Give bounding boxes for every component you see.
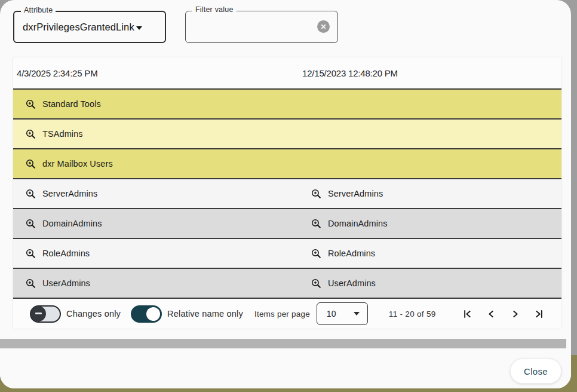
zoom-in-magnifier-icon[interactable]: [25, 218, 36, 229]
caret-down-icon: [354, 312, 360, 316]
previous-page-button[interactable]: [485, 307, 498, 320]
relative-name-only-toggle[interactable]: [131, 305, 162, 323]
cell-left-label: TSAdmins: [42, 129, 83, 139]
zoom-in-magnifier-icon[interactable]: [311, 278, 322, 289]
items-per-page-value: 10: [327, 309, 336, 318]
filter-value-input[interactable]: [193, 15, 312, 39]
cell-left: dxr Mailbox Users: [13, 158, 299, 170]
cell-left: Standard Tools: [13, 99, 299, 110]
chevron-right-icon: [510, 308, 521, 320]
attribute-select[interactable]: Attribute dxrPrivilegesGrantedLink: [13, 11, 166, 43]
circle-x-clear-icon: ✕: [320, 23, 326, 30]
cell-right: ServerAdmins: [299, 188, 561, 200]
zoom-in-magnifier-icon[interactable]: [311, 188, 322, 200]
cell-right: RoleAdmins: [299, 248, 561, 259]
caret-down-icon: [136, 26, 142, 30]
items-per-page-select[interactable]: 10: [317, 302, 368, 325]
zoom-in-magnifier-icon[interactable]: [25, 99, 36, 110]
toggle-knob: [146, 307, 160, 321]
filter-bar: Attribute dxrPrivilegesGrantedLink Filte…: [0, 0, 571, 54]
cell-right: DomainAdmins: [299, 218, 561, 229]
column-header-left: 4/3/2025 2:34:25 PM: [13, 68, 299, 78]
cell-left: TSAdmins: [13, 128, 299, 140]
table-row[interactable]: DomainAdmins DomainAdmins: [13, 209, 561, 239]
cell-left: RoleAdmins: [13, 248, 299, 259]
comparison-table: 4/3/2025 2:34:25 PM 12/15/2023 12:48:20 …: [13, 57, 561, 329]
cell-right-label: ServerAdmins: [328, 189, 383, 198]
zoom-in-magnifier-icon[interactable]: [25, 188, 36, 200]
cell-left: ServerAdmins: [13, 188, 299, 200]
cell-right-label: UserAdmins: [328, 278, 376, 288]
last-page-icon: [533, 308, 545, 320]
items-per-page-label: Items per page: [254, 310, 310, 318]
cell-left-label: Standard Tools: [42, 99, 101, 109]
zoom-in-magnifier-icon[interactable]: [25, 128, 36, 140]
cell-left-label: UserAdmins: [42, 278, 90, 288]
table-header-row: 4/3/2025 2:34:25 PM 12/15/2023 12:48:20 …: [13, 57, 561, 90]
cell-right-label: RoleAdmins: [328, 249, 375, 258]
zoom-in-magnifier-icon[interactable]: [311, 218, 322, 229]
table-body: Standard Tools TSAdmins: [13, 90, 561, 299]
first-page-icon: [462, 308, 473, 320]
cell-left-label: ServerAdmins: [42, 189, 97, 198]
column-header-right: 12/15/2023 12:48:20 PM: [299, 68, 561, 78]
changes-only-toggle[interactable]: [30, 305, 61, 323]
first-page-button[interactable]: [461, 307, 474, 320]
attribute-selected-value: dxrPrivilegesGrantedLink: [23, 12, 142, 42]
toggle-knob-minus-icon: [30, 306, 46, 321]
clear-filter-button[interactable]: ✕: [317, 20, 330, 33]
last-page-button[interactable]: [533, 307, 546, 320]
table-footer: Changes only Relative name only Items pe…: [13, 299, 561, 329]
zoom-in-magnifier-icon[interactable]: [25, 158, 36, 170]
cell-left: UserAdmins: [13, 278, 299, 289]
pagination-controls: [461, 307, 557, 320]
zoom-in-magnifier-icon[interactable]: [311, 248, 322, 259]
table-row[interactable]: UserAdmins UserAdmins: [13, 269, 561, 299]
close-button[interactable]: Close: [510, 359, 561, 384]
table-row[interactable]: Standard Tools: [13, 90, 561, 120]
dialog-footer: Close: [0, 349, 571, 388]
cell-left-label: RoleAdmins: [42, 249, 90, 258]
table-row[interactable]: RoleAdmins RoleAdmins: [13, 239, 561, 269]
horizontal-scrollbar-thumb[interactable]: [0, 339, 566, 348]
filter-field-label: Filter value: [192, 5, 237, 14]
next-page-button[interactable]: [509, 307, 522, 320]
cell-left: DomainAdmins: [13, 218, 299, 229]
cell-left-label: dxr Mailbox Users: [42, 159, 113, 169]
table-row[interactable]: dxr Mailbox Users: [13, 149, 561, 179]
page-range-label: 11 - 20 of 59: [389, 310, 436, 318]
cell-right: UserAdmins: [299, 278, 561, 289]
cell-right-label: DomainAdmins: [328, 219, 388, 228]
zoom-in-magnifier-icon[interactable]: [25, 278, 36, 289]
chevron-left-icon: [486, 308, 497, 320]
filter-value-field[interactable]: Filter value ✕: [185, 11, 338, 43]
relative-name-only-label: Relative name only: [167, 309, 243, 318]
zoom-in-magnifier-icon[interactable]: [25, 248, 36, 259]
cell-left-label: DomainAdmins: [42, 219, 102, 228]
table-row[interactable]: TSAdmins: [13, 120, 561, 149]
attribute-compare-dialog: Attribute dxrPrivilegesGrantedLink Filte…: [0, 0, 571, 388]
changes-only-label: Changes only: [66, 309, 121, 318]
horizontal-scrollbar: [0, 338, 571, 349]
table-row[interactable]: ServerAdmins ServerAdmins: [13, 179, 561, 209]
